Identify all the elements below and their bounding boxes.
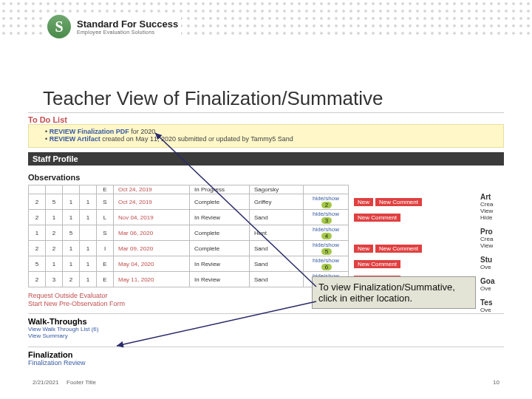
count-badge: 2 xyxy=(321,202,332,208)
badges-cell: NewNew Comment xyxy=(349,194,426,210)
hide-show-link[interactable]: hide/show xyxy=(313,195,339,202)
cell: 1 xyxy=(80,272,97,287)
footer-date: 2/21/2021 xyxy=(33,379,59,386)
cell: 2 xyxy=(46,241,63,256)
status-cell: In Progress xyxy=(190,185,250,194)
hide-show-link[interactable]: hide/show xyxy=(313,211,339,217)
count-badge: 5 xyxy=(321,248,332,255)
cell xyxy=(46,185,63,194)
right-cutoff-column: Art Crea View Hide Pro Crea View Stu Ove… xyxy=(480,186,502,313)
date-cell: May 11, 2020 xyxy=(114,272,190,287)
cell: 2 xyxy=(46,225,63,241)
observations-heading: Observations xyxy=(28,173,504,182)
rc-art3: Hide xyxy=(480,214,502,221)
cell: E xyxy=(97,185,114,194)
person-cell: Sagorsky xyxy=(250,185,304,194)
hide-show-cell: hide/show5 xyxy=(304,241,349,256)
logo-text: Standard For Success Employee Evaluation… xyxy=(77,18,178,35)
count-badge: 6 xyxy=(321,264,332,270)
todo-heading: To Do List xyxy=(28,112,504,124)
footer-page-number: 10 xyxy=(493,379,499,386)
hide-show-cell: hide/show6 xyxy=(304,256,349,272)
person-cell: Sand xyxy=(250,272,304,287)
cell: 5 xyxy=(29,256,46,272)
rc-goa1: Ove xyxy=(480,285,502,292)
table-row: 5111EMay 04, 2020In ReviewSandhide/show6… xyxy=(29,256,426,272)
rc-pro2: View xyxy=(480,242,502,249)
cell: 2 xyxy=(29,241,46,256)
new-badge: New xyxy=(354,198,373,206)
status-cell: Complete xyxy=(190,194,250,210)
logo: S Standard For Success Employee Evaluati… xyxy=(44,13,181,40)
rc-pro1: Crea xyxy=(480,236,502,242)
status-cell: In Review xyxy=(190,210,250,225)
date-cell: Mar 09, 2020 xyxy=(114,241,190,256)
cell: 2 xyxy=(63,272,80,287)
status-cell: Complete xyxy=(190,225,250,241)
rc-stu1: Ove xyxy=(480,264,502,270)
cell: S xyxy=(97,225,114,241)
hide-show-cell: hide/show4 xyxy=(304,225,349,241)
cell: 3 xyxy=(46,272,63,287)
hide-show-link[interactable]: hide/show xyxy=(313,242,339,248)
date-cell: May 04, 2020 xyxy=(114,256,190,272)
new-badge: New Comment xyxy=(375,245,422,253)
date-cell: Oct 24, 2019 xyxy=(114,185,190,194)
cell: 1 xyxy=(63,210,80,225)
cell: 1 xyxy=(63,194,80,210)
logo-name: Standard For Success xyxy=(77,18,178,30)
date-cell: Oct 24, 2019 xyxy=(114,194,190,210)
finalization-review-link[interactable]: Finalization Review xyxy=(28,359,504,366)
logo-tagline: Employee Evaluation Solutions xyxy=(77,30,178,35)
cell: E xyxy=(97,272,114,287)
hide-show-cell xyxy=(304,185,349,194)
walkthrough-summary-link[interactable]: View Summary xyxy=(28,332,504,339)
hide-show-link[interactable]: hide/show xyxy=(313,226,339,233)
badges-cell xyxy=(349,185,426,194)
hide-show-cell: hide/show2 xyxy=(304,194,349,210)
review-artifact-link[interactable]: REVIEW Artifact xyxy=(50,135,100,143)
cell: L xyxy=(97,210,114,225)
rc-art1: Crea xyxy=(480,201,502,208)
review-finalization-link[interactable]: REVIEW Finalization PDF xyxy=(50,128,129,135)
table-row: 2111LNov 04, 2019In ReviewSandhide/show3… xyxy=(29,210,426,225)
status-cell: In Review xyxy=(190,256,250,272)
cell: 1 xyxy=(63,241,80,256)
date-cell: Nov 04, 2019 xyxy=(114,210,190,225)
count-badge: 3 xyxy=(321,217,332,224)
callout-box: To view Finalization/Summative, click in… xyxy=(312,276,476,309)
hide-show-link[interactable]: hide/show xyxy=(313,257,339,264)
date-cell: Mar 06, 2020 xyxy=(114,225,190,241)
rc-art2: View xyxy=(480,208,502,214)
person-cell: Sand xyxy=(250,210,304,225)
table-row: 2211IMar 09, 2020CompleteSandhide/show5N… xyxy=(29,241,426,256)
cell: 5 xyxy=(63,225,80,241)
cell: 1 xyxy=(80,256,97,272)
table-row: 125SMar 06, 2020CompleteHunthide/show4 xyxy=(29,225,426,241)
cell xyxy=(63,185,80,194)
cell: E xyxy=(97,256,114,272)
person-cell: Griffey xyxy=(250,194,304,210)
cell xyxy=(29,185,46,194)
status-cell: Complete xyxy=(190,241,250,256)
rc-tes-h: Tes xyxy=(480,299,502,307)
cell: 2 xyxy=(29,272,46,287)
walkthrough-list-link[interactable]: View Walk Through List (6) xyxy=(28,326,504,332)
cell: S xyxy=(97,194,114,210)
observations-table: EOct 24, 2019In ProgressSagorsky2511SOct… xyxy=(28,185,426,287)
cell: 1 xyxy=(63,256,80,272)
person-cell: Sand xyxy=(250,256,304,272)
todo-item-1: • REVIEW Finalization PDF for 2020. xyxy=(45,128,499,135)
badges-cell: NewNew Comment xyxy=(349,241,426,256)
cell: 1 xyxy=(29,225,46,241)
todo-item-2-rest: created on May 11, 2020 submitted or upd… xyxy=(100,135,293,143)
badges-cell: New Comment xyxy=(349,210,426,225)
status-cell: In Review xyxy=(190,272,250,287)
new-badge: New Comment xyxy=(375,198,422,206)
cell: 2 xyxy=(29,210,46,225)
cell: 2 xyxy=(29,194,46,210)
footer-title: Footer Title xyxy=(66,379,96,386)
cell: 1 xyxy=(80,194,97,210)
badges-cell xyxy=(349,225,426,241)
rc-art-h: Art xyxy=(480,193,502,201)
